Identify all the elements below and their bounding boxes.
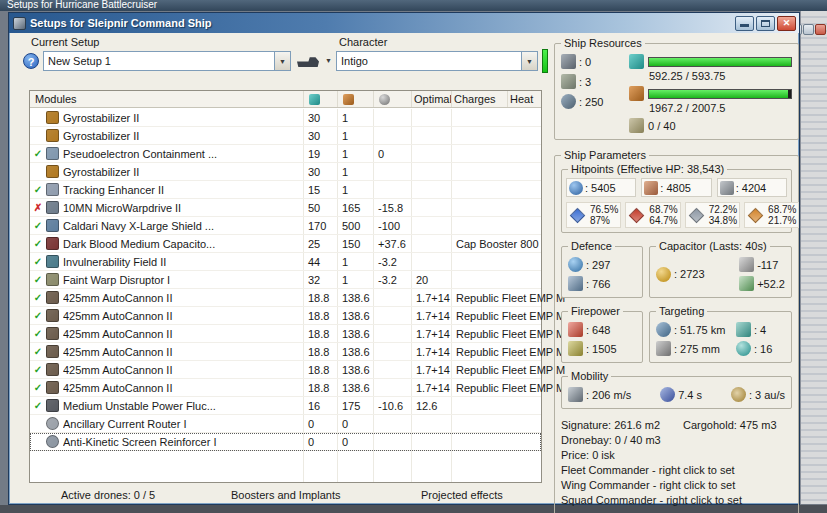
targeting-range-value: : 51.75 km xyxy=(674,324,725,336)
module-row[interactable]: ✓ 425mm AutoCannon II 18.8 138.6 1.7+14 … xyxy=(30,343,541,361)
module-cpu-value: 30 xyxy=(303,112,337,124)
minimize-button[interactable] xyxy=(735,16,754,31)
setup-combo[interactable]: New Setup 1 ▼ xyxy=(43,51,291,71)
close-button[interactable]: ✕ xyxy=(777,16,796,31)
module-row[interactable]: ✓ Medium Unstable Power Fluc... 16 175 -… xyxy=(30,397,541,415)
fitted-check-icon: ✓ xyxy=(30,220,46,231)
module-row[interactable]: ✓ 425mm AutoCannon II 18.8 138.6 1.7+14 … xyxy=(30,361,541,379)
module-row[interactable]: Gyrostabilizer II 30 1 xyxy=(30,127,541,145)
fitted-check-icon: ✓ xyxy=(30,346,46,357)
module-row[interactable]: Gyrostabilizer II 30 1 xyxy=(30,109,541,127)
modules-column-header[interactable]: Modules xyxy=(30,93,303,105)
titlebar[interactable]: Setups for Sleipnir Command Ship ✕ xyxy=(9,13,799,33)
character-combo[interactable]: Intigo ▼ xyxy=(336,51,538,71)
fitted-check-icon: ✓ xyxy=(30,400,46,411)
module-row[interactable]: ✓ Tracking Enhancer II 15 1 xyxy=(30,181,541,199)
module-name: Invulnerability Field II xyxy=(63,256,303,268)
capacitor-column-header[interactable] xyxy=(373,91,411,107)
module-icon xyxy=(46,399,59,412)
module-row[interactable]: ✓ 425mm AutoCannon II 18.8 138.6 1.7+14 … xyxy=(30,379,541,397)
chevron-down-icon[interactable]: ▼ xyxy=(521,52,537,70)
projected-effects-panel[interactable]: Projected effects xyxy=(421,489,503,501)
module-row[interactable]: ✓ Dark Blood Medium Capacito... 25 150 +… xyxy=(30,235,541,253)
module-cap-value: -10.6 xyxy=(373,400,411,412)
cpu-column-header[interactable] xyxy=(303,91,337,107)
optimal-column-header[interactable]: Optimal xyxy=(411,91,451,107)
module-charge-value: Republic Fleet EMP M xyxy=(451,382,539,394)
module-powergrid-value: 1 xyxy=(337,274,373,286)
background-close-button[interactable] xyxy=(815,24,826,35)
module-powergrid-value: 1 xyxy=(337,112,373,124)
module-row[interactable]: ✓ Caldari Navy X-Large Shield ... 170 50… xyxy=(30,217,541,235)
ship-browser-button[interactable] xyxy=(297,51,323,71)
maximize-button[interactable] xyxy=(756,16,775,31)
boosters-implants-panel[interactable]: Boosters and Implants xyxy=(231,489,340,501)
shield-resist-value: 76.5% xyxy=(590,204,618,215)
cpu-bar-fill xyxy=(649,58,791,66)
module-powergrid-value: 165 xyxy=(337,202,373,214)
module-cpu-value: 25 xyxy=(303,238,337,250)
module-row[interactable]: ✗ 10MN MicroWarpdrive II 50 165 -15.8 xyxy=(30,199,541,217)
heat-column-header[interactable]: Heat xyxy=(507,91,541,107)
fleet-commander-slot[interactable]: Fleet Commander - right click to set xyxy=(561,463,792,478)
align-time-icon xyxy=(660,387,675,402)
fitted-check-icon: ✓ xyxy=(30,238,46,249)
module-optimal-value: 1.7+14 xyxy=(411,328,451,340)
module-optimal-value: 20 xyxy=(411,274,451,286)
module-optimal-value: 1.7+14 xyxy=(411,292,451,304)
shield-resist-value: 68.7% xyxy=(768,204,796,215)
module-icon xyxy=(46,219,59,232)
module-charge-value: Republic Fleet EMP M xyxy=(451,364,539,376)
ship-dropdown-icon[interactable]: ▼ xyxy=(325,57,332,64)
max-targets-value: : 4 xyxy=(754,324,766,336)
wing-commander-slot[interactable]: Wing Commander - right click to set xyxy=(561,478,792,493)
caption-buttons: ✕ xyxy=(735,16,796,31)
module-powergrid-value: 1 xyxy=(337,166,373,178)
module-row[interactable]: Anti-Kinetic Screen Reinforcer I 0 0 xyxy=(30,433,541,451)
offline-cross-icon: ✗ xyxy=(30,202,46,213)
fitted-check-icon: ✓ xyxy=(30,364,46,375)
charges-column-header[interactable]: Charges xyxy=(451,91,507,107)
signature-text: Signature: 261.6 m2 xyxy=(561,418,683,433)
module-cap-value: -100 xyxy=(373,220,411,232)
targeting-group: Targeting : 51.75 km : 4 : 275 mm : 16 xyxy=(649,311,792,363)
capacitor-icon xyxy=(656,267,671,282)
help-button[interactable]: ? xyxy=(23,53,39,69)
module-row[interactable]: ✓ Faint Warp Disruptor I 32 1 -3.2 20 xyxy=(30,271,541,289)
module-row[interactable]: ✓ 425mm AutoCannon II 18.8 138.6 1.7+14 … xyxy=(30,325,541,343)
cap-drain-value: -117 xyxy=(757,259,778,271)
background-window-titlebar: Setups for Hurricane Battlecruiser xyxy=(0,0,827,11)
defence-title: Defence xyxy=(568,240,615,252)
powergrid-column-header[interactable] xyxy=(337,91,373,107)
module-cap-value: 0 xyxy=(373,148,411,160)
cap-recharge-icon xyxy=(739,276,754,291)
capacitor-group: Capacitor (Lasts: 40s) : 2723 -117 +52.2 xyxy=(649,246,792,298)
module-icon xyxy=(46,273,59,286)
module-row[interactable]: ✓ Pseudoelectron Containment ... 19 1 0 xyxy=(30,145,541,163)
powergrid-usage-value: 1967.2 / 2007.5 xyxy=(649,102,792,114)
module-icon xyxy=(46,309,59,322)
powergrid-bar xyxy=(648,89,792,99)
dps-icon xyxy=(568,341,583,356)
shield-hp-value: : 5405 xyxy=(585,182,616,194)
cpu-icon xyxy=(629,54,644,69)
module-row[interactable]: ✓ 425mm AutoCannon II 18.8 138.6 1.7+14 … xyxy=(30,307,541,325)
warp-speed-value: : 3 au/s xyxy=(749,389,785,401)
volley-icon xyxy=(568,322,583,337)
module-row[interactable]: ✓ 425mm AutoCannon II 18.8 138.6 1.7+14 … xyxy=(30,289,541,307)
module-row[interactable]: Gyrostabilizer II 30 1 xyxy=(30,163,541,181)
defence-value-1: : 297 xyxy=(586,259,610,271)
module-row[interactable]: ✓ Invulnerability Field II 44 1 -3.2 xyxy=(30,253,541,271)
resistances-row: 76.5% 87% 68.7% 64.7% 72.2% 34.8% 68.7% … xyxy=(566,202,787,228)
sensor-strength-value: : 16 xyxy=(754,343,772,355)
background-maximize-button[interactable] xyxy=(803,24,814,35)
active-drones-panel[interactable]: Active drones: 0 / 5 xyxy=(61,489,155,501)
calibration-icon xyxy=(629,118,644,133)
squad-commander-slot[interactable]: Squad Commander - right click to set xyxy=(561,493,792,508)
module-powergrid-value: 500 xyxy=(337,220,373,232)
module-row[interactable]: Ancillary Current Router I 0 0 xyxy=(30,415,541,433)
chevron-down-icon[interactable]: ▼ xyxy=(274,52,290,70)
module-name: 425mm AutoCannon II xyxy=(63,364,303,376)
turret-slots-value: : 0 xyxy=(579,56,591,68)
defence-value-2: : 766 xyxy=(586,278,610,290)
